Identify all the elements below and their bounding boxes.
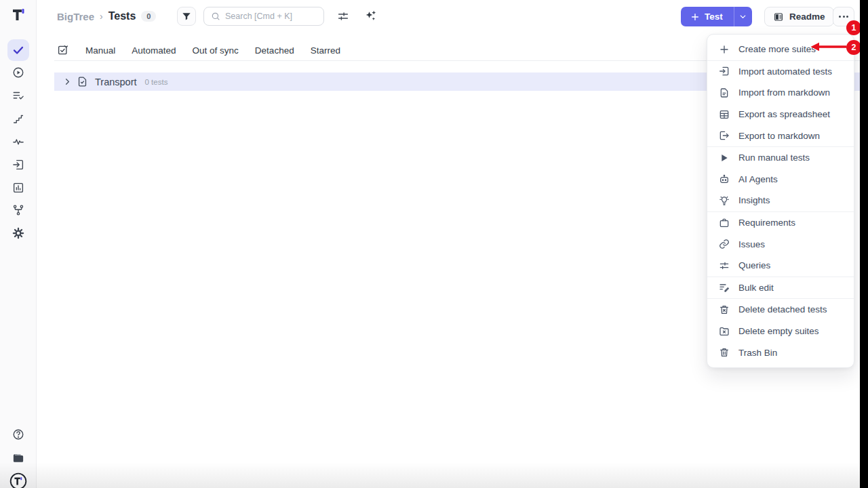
play-icon — [719, 152, 730, 163]
select-edit-icon[interactable] — [57, 44, 69, 56]
sidebar-item-help[interactable] — [12, 428, 24, 441]
trash-x-icon — [719, 304, 730, 315]
lightbulb-icon — [719, 195, 730, 206]
sliders-icon — [337, 10, 349, 22]
menu-item-label: Import from markdown — [738, 87, 830, 98]
view-settings-button[interactable] — [337, 10, 349, 22]
tab-manual[interactable]: Manual — [85, 45, 115, 56]
sidebar — [0, 0, 37, 488]
menu-item-label: Delete empty suites — [738, 326, 819, 336]
menu-item-label: Run manual tests — [738, 152, 810, 163]
more-actions-menu: Create more suites Import automated test… — [707, 34, 854, 368]
suite-name: Transport — [95, 77, 137, 87]
chevron-down-icon — [738, 12, 747, 21]
app-logo-icon[interactable] — [10, 7, 26, 23]
check-icon — [12, 44, 24, 56]
chevron-right-icon[interactable] — [62, 77, 73, 87]
sidebar-item-tests[interactable] — [7, 39, 29, 61]
plus-icon — [690, 12, 700, 22]
suite-test-count: 0 tests — [145, 78, 168, 86]
menu-item-requirements[interactable]: Requirements — [707, 212, 854, 234]
menu-item-export-to-markdown[interactable]: Export to markdown — [707, 125, 854, 146]
sidebar-item-account[interactable] — [9, 472, 27, 488]
tab-out-of-sync[interactable]: Out of sync — [193, 45, 239, 56]
menu-item-label: Requirements — [738, 218, 795, 228]
menu-item-bulk-edit[interactable]: Bulk edit — [707, 277, 854, 299]
import-box-icon — [12, 159, 24, 171]
play-circle-icon — [12, 66, 24, 79]
menu-item-trash-bin[interactable]: Trash Bin — [707, 342, 854, 363]
sidebar-item-plans[interactable] — [12, 89, 24, 102]
add-test-label: Test — [705, 12, 723, 22]
pulse-icon — [12, 136, 24, 148]
tab-bar: Manual Automated Out of sync Detached St… — [57, 41, 340, 60]
help-circle-icon — [12, 428, 24, 441]
edit-list-icon — [719, 282, 730, 293]
spreadsheet-icon — [719, 109, 730, 120]
git-fork-icon — [12, 204, 24, 216]
sidebar-item-projects[interactable] — [12, 451, 24, 464]
annotation-arrow — [810, 42, 848, 52]
menu-item-delete-detached-tests[interactable]: Delete detached tests — [707, 299, 854, 321]
page-title: Tests — [108, 10, 136, 22]
add-test-dropdown-button[interactable] — [734, 7, 752, 26]
menu-item-insights[interactable]: Insights — [707, 190, 854, 211]
menu-item-ai-agents[interactable]: AI Agents — [707, 169, 854, 190]
menu-item-label: Queries — [738, 260, 770, 270]
breadcrumb: BigTree › Tests 0 — [57, 8, 156, 24]
tests-count-badge: 0 — [141, 11, 156, 22]
menu-item-import-automated-tests[interactable]: Import automated tests — [707, 61, 854, 83]
menu-item-run-manual-tests[interactable]: Run manual tests — [707, 147, 854, 169]
ai-assistant-button[interactable] — [364, 9, 377, 22]
annotation-step-2-badge: 2 — [846, 40, 860, 55]
annotation-step-1-badge: 1 — [846, 20, 860, 35]
ellipsis-icon — [839, 16, 841, 18]
tab-detached[interactable]: Detached — [255, 45, 294, 56]
sidebar-item-reports[interactable] — [12, 182, 24, 194]
suite-doc-icon — [77, 76, 88, 87]
readme-icon — [773, 12, 784, 22]
plus-icon — [719, 44, 730, 55]
add-test-split-button: Test — [681, 7, 752, 26]
menu-item-label: Trash Bin — [738, 348, 777, 358]
app-window: BigTree › Tests 0 Search [Cmd + K] Test … — [0, 0, 860, 488]
tab-starred[interactable]: Starred — [311, 45, 340, 56]
menu-item-label: Issues — [738, 239, 765, 249]
sidebar-item-analytics[interactable] — [12, 136, 24, 148]
export-box-icon — [719, 130, 730, 141]
search-input[interactable]: Search [Cmd + K] — [203, 7, 324, 26]
sidebar-item-settings[interactable] — [12, 227, 24, 239]
sidebar-item-import[interactable] — [12, 159, 24, 171]
search-icon — [211, 12, 220, 21]
sliders-icon — [719, 260, 730, 271]
stairs-icon — [12, 113, 24, 125]
menu-item-label: Export to markdown — [738, 131, 820, 141]
robot-icon — [719, 174, 730, 184]
briefcase-icon — [719, 218, 730, 228]
search-placeholder: Search [Cmd + K] — [225, 12, 292, 21]
funnel-icon — [181, 11, 192, 22]
list-check-icon — [12, 89, 24, 102]
breadcrumb-project[interactable]: BigTree — [57, 11, 94, 22]
filter-button[interactable] — [177, 7, 196, 26]
sidebar-item-runs[interactable] — [12, 66, 24, 79]
menu-item-label: Create more suites — [738, 44, 816, 54]
menu-item-queries[interactable]: Queries — [707, 255, 854, 277]
tab-automated[interactable]: Automated — [132, 45, 176, 56]
menu-item-import-from-markdown[interactable]: Import from markdown — [707, 82, 854, 104]
menu-item-delete-empty-suites[interactable]: Delete empty suites — [707, 321, 854, 342]
menu-item-issues[interactable]: Issues — [707, 233, 854, 255]
gear-icon — [12, 227, 24, 239]
menu-item-export-as-spreadsheet[interactable]: Export as spreadsheet — [707, 104, 854, 125]
menu-item-label: Export as spreadsheet — [738, 109, 830, 119]
folder-x-icon — [719, 326, 730, 337]
readme-button[interactable]: Readme — [764, 7, 834, 26]
add-test-button[interactable]: Test — [681, 7, 734, 26]
import-box-icon — [719, 66, 730, 77]
menu-item-label: AI Agents — [738, 174, 778, 184]
trash-icon — [719, 347, 730, 358]
sidebar-item-branches[interactable] — [12, 204, 24, 216]
sidebar-item-steps[interactable] — [12, 113, 24, 125]
menu-item-label: Import automated tests — [738, 66, 832, 77]
breadcrumb-separator: › — [100, 11, 103, 22]
